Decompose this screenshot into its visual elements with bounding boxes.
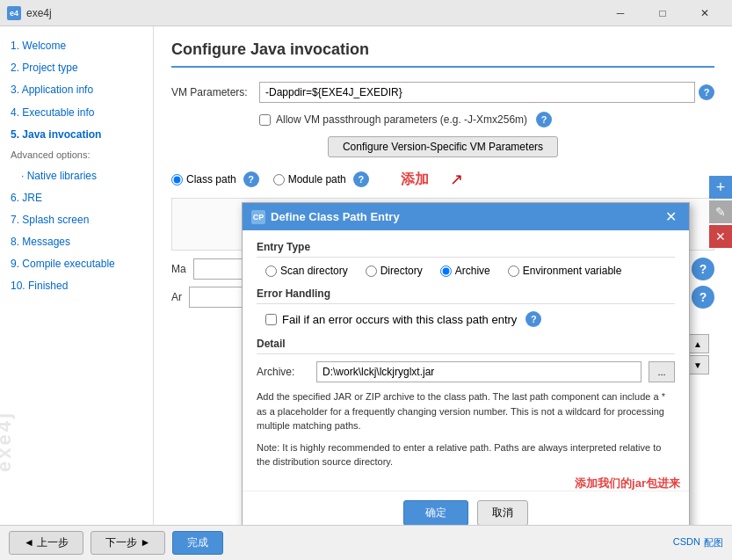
page-title: Configure Java invocation	[171, 40, 714, 68]
watermark: exe4j	[0, 411, 16, 472]
args-label: Ar	[171, 291, 182, 303]
radio-scan-directory[interactable]: Scan directory	[265, 265, 348, 277]
dialog-ok-button[interactable]: 确定	[403, 500, 468, 526]
dialog-cancel-button[interactable]: 取消	[477, 500, 528, 526]
archive-label-text: Archive:	[257, 366, 309, 378]
edit-entry-button[interactable]: ✎	[709, 200, 732, 223]
delete-entry-button[interactable]: ✕	[709, 225, 732, 248]
titlebar: e4 exe4j ─ □ ✕	[0, 0, 732, 26]
close-button[interactable]: ✕	[685, 0, 725, 26]
main-layout: 1. Welcome 2. Project type 3. Applicatio…	[0, 26, 732, 525]
vm-params-row: VM Parameters: ?	[171, 82, 714, 103]
minimize-button[interactable]: ─	[600, 0, 641, 26]
navigation-buttons: ◄ 上一步 下一步 ► 完成	[9, 531, 223, 555]
vm-params-input[interactable]	[259, 82, 695, 103]
detail-section: Detail Archive: ... Add the specified JA…	[257, 338, 675, 469]
error-handling-title: Error Handling	[257, 287, 675, 304]
archive-note: Note: It is highly recommended to enter …	[257, 440, 675, 469]
jar-annotation-text: 添加我们的jar包进来	[575, 476, 680, 490]
dialog-close-button[interactable]: ✕	[662, 208, 680, 225]
sidebar-item-app-info[interactable]: 3. Application info	[0, 79, 153, 101]
sidebar-item-finished[interactable]: 10. Finished	[0, 275, 153, 297]
class-path-label: Class path	[186, 173, 236, 185]
dialog-icon: CP	[251, 210, 265, 224]
titlebar-title: exe4j	[26, 7, 52, 19]
error-handling-section: Error Handling Fail if an error occurs w…	[257, 287, 675, 327]
radio-archive[interactable]: Archive	[440, 265, 490, 277]
directory-label: Directory	[380, 265, 423, 277]
error-checkbox-row: Fail if an error occurs with this class …	[257, 311, 675, 327]
next-button[interactable]: 下一步 ►	[91, 531, 165, 555]
args-help-button[interactable]: ?	[692, 286, 714, 309]
sidebar-item-welcome[interactable]: 1. Welcome	[0, 35, 153, 57]
titlebar-left: e4 exe4j	[7, 6, 52, 20]
pitu-link[interactable]: 配图	[704, 536, 723, 549]
bottom-links: CSDN 配图	[673, 536, 723, 549]
finish-button[interactable]: 完成	[172, 531, 223, 555]
prev-button[interactable]: ◄ 上一步	[9, 531, 83, 555]
module-path-help-button[interactable]: ?	[353, 171, 369, 187]
add-entry-button[interactable]: +	[709, 176, 732, 199]
radio-module-path[interactable]: Module path ?	[273, 171, 369, 187]
main-class-help-button[interactable]: ?	[692, 258, 714, 280]
sidebar-item-java-invocation[interactable]: 5. Java invocation	[0, 124, 153, 146]
radio-directory[interactable]: Directory	[366, 265, 423, 277]
dialog-footer: 确定 取消	[243, 491, 689, 526]
detail-title: Detail	[257, 338, 675, 354]
sidebar-item-compile[interactable]: 9. Compile executable	[0, 253, 153, 275]
class-path-help-button[interactable]: ?	[243, 171, 259, 187]
sidebar-item-messages[interactable]: 8. Messages	[0, 231, 153, 253]
radio-env-variable[interactable]: Environment variable	[508, 265, 622, 277]
sidebar-item-exe-info[interactable]: 4. Executable info	[0, 102, 153, 124]
env-var-label: Environment variable	[523, 265, 622, 277]
vm-passthrough-help-button[interactable]: ?	[536, 112, 552, 127]
sidebar-item-splash-screen[interactable]: 7. Splash screen	[0, 209, 153, 231]
vm-passthrough-row: Allow VM passthrough parameters (e.g. -J…	[171, 112, 714, 127]
sidebar-advanced-label: Advanced options:	[0, 146, 153, 165]
define-classpath-dialog: CP Define Class Path Entry ✕ Entry Type …	[242, 202, 690, 525]
archive-browse-button[interactable]: ...	[649, 361, 675, 382]
configure-version-button[interactable]: Configure Version-Specific VM Parameters	[328, 136, 558, 157]
vm-params-label: VM Parameters:	[171, 86, 259, 98]
vm-passthrough-checkbox[interactable]	[259, 114, 271, 126]
error-checkbox-label: Fail if an error occurs with this class …	[282, 313, 517, 326]
action-buttons: + ✎ ✕	[709, 176, 732, 248]
csdn-link[interactable]: CSDN	[673, 536, 700, 549]
archive-label: Archive	[455, 265, 490, 277]
sidebar-item-jre[interactable]: 6. JRE	[0, 187, 153, 209]
radio-class-path[interactable]: Class path ?	[171, 171, 259, 187]
main-class-label: Ma	[171, 263, 186, 275]
add-annotation: 添加	[401, 171, 429, 189]
dialog-titlebar: CP Define Class Path Entry ✕	[243, 203, 689, 230]
content-area: Configure Java invocation VM Parameters:…	[154, 26, 732, 525]
entry-type-radio-group: Scan directory Directory Archive En	[257, 265, 675, 277]
dialog-title-left: CP Define Class Path Entry	[251, 210, 400, 224]
classpath-radio-group: Class path ? Module path ? 添加 ↗	[171, 170, 714, 189]
jar-annotation-area: 添加我们的jar包进来	[575, 476, 680, 491]
archive-row: Archive: ...	[257, 361, 675, 382]
error-help-button[interactable]: ?	[525, 311, 541, 327]
dialog-title: Define Class Path Entry	[271, 210, 400, 223]
sidebar: 1. Welcome 2. Project type 3. Applicatio…	[0, 26, 154, 525]
app-icon: e4	[7, 6, 21, 20]
dialog-body: Entry Type Scan directory Directory A	[243, 230, 689, 491]
error-checkbox[interactable]	[265, 314, 277, 325]
vm-params-help-button[interactable]: ?	[699, 84, 714, 100]
module-path-label: Module path	[288, 173, 346, 185]
maximize-button[interactable]: □	[642, 0, 683, 26]
arrow-annotation: ↗	[450, 170, 463, 189]
entry-type-title: Entry Type	[257, 241, 675, 258]
archive-input[interactable]	[316, 361, 641, 382]
vm-passthrough-label: Allow VM passthrough parameters (e.g. -J…	[276, 113, 527, 126]
scan-dir-label: Scan directory	[280, 265, 348, 277]
entry-type-section: Entry Type Scan directory Directory A	[257, 241, 675, 277]
archive-description: Add the specified JAR or ZIP archive to …	[257, 389, 675, 433]
sidebar-item-native-libraries[interactable]: · Native libraries	[0, 165, 153, 187]
bottom-bar: ◄ 上一步 下一步 ► 完成 CSDN 配图	[0, 525, 732, 560]
sidebar-item-project-type[interactable]: 2. Project type	[0, 57, 153, 79]
window-controls: ─ □ ✕	[600, 0, 725, 26]
